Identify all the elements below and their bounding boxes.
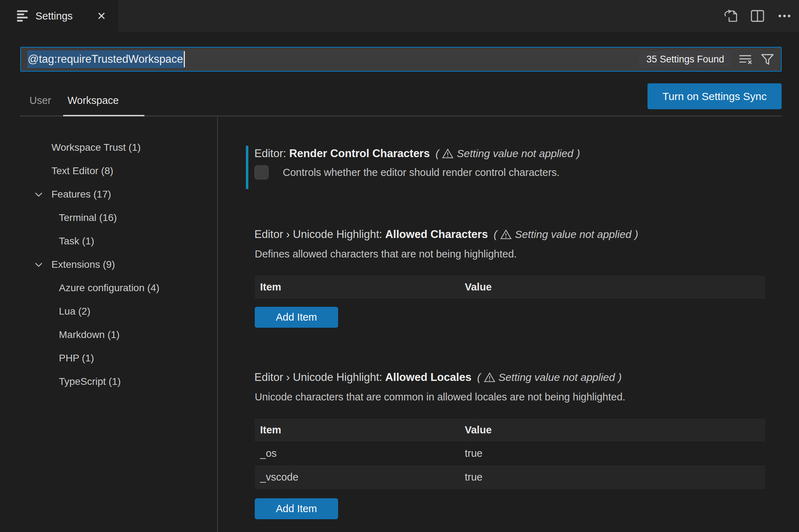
modified-setting-indicator xyxy=(246,146,248,189)
column-header-value: Value xyxy=(460,424,765,436)
split-editor-icon[interactable] xyxy=(749,8,766,24)
table-row[interactable]: _vscode true xyxy=(255,465,765,489)
settings-list-icon xyxy=(17,10,28,22)
setting-description: Unicode characters that are common in al… xyxy=(255,391,626,403)
selected-text: @tag:requireTrustedWorkspace xyxy=(27,50,183,68)
column-header-value: Value xyxy=(460,281,765,293)
open-settings-json-icon[interactable] xyxy=(722,8,739,24)
search-query-text: @tag:requireTrustedWorkspace xyxy=(27,50,185,68)
toc-item-text-editor[interactable]: Text Editor (8) xyxy=(20,159,216,183)
table-row[interactable]: _os true xyxy=(255,442,765,465)
setting-control-row: Controls whether the editor should rende… xyxy=(254,165,560,179)
toc-item-markdown[interactable]: Markdown (1) xyxy=(20,323,216,347)
tab-settings[interactable]: Settings ✕ xyxy=(0,0,118,32)
active-scope-underline xyxy=(63,115,144,116)
warning-triangle-icon xyxy=(484,372,495,383)
column-header-item: Item xyxy=(255,281,460,293)
settings-search-input[interactable]: @tag:requireTrustedWorkspace 35 Settings… xyxy=(20,47,782,72)
toc-item-php[interactable]: PHP (1) xyxy=(20,347,216,370)
more-actions-icon[interactable] xyxy=(776,8,793,24)
toc-item-task[interactable]: Task (1) xyxy=(20,229,216,253)
tab-title: Settings xyxy=(35,10,73,22)
setting-warning: (Setting value not applied) xyxy=(494,226,638,243)
toc-item-azure-configuration[interactable]: Azure configuration (4) xyxy=(20,276,216,300)
render-control-characters-checkbox[interactable] xyxy=(254,165,269,179)
chevron-down-icon xyxy=(34,189,44,199)
setting-title-allowed-characters: Editor › Unicode Highlight: Allowed Char… xyxy=(254,226,638,243)
toc-item-extensions[interactable]: Extensions (9) xyxy=(20,253,216,276)
column-header-item: Item xyxy=(255,424,460,436)
add-item-button[interactable]: Add Item xyxy=(255,498,338,519)
close-tab-icon[interactable]: ✕ xyxy=(94,10,109,23)
chevron-down-icon xyxy=(34,260,44,270)
allowed-locales-table: Item Value _os true _vscode true xyxy=(255,419,765,489)
settings-scope-tabs: User Workspace xyxy=(29,92,119,109)
editor-actions xyxy=(722,0,793,32)
toc-content-divider xyxy=(217,116,218,532)
setting-title-allowed-locales: Editor › Unicode Highlight: Allowed Loca… xyxy=(254,369,622,386)
settings-count-badge: 35 Settings Found xyxy=(639,51,731,68)
toc-item-terminal[interactable]: Terminal (16) xyxy=(20,206,216,229)
clear-search-results-icon[interactable] xyxy=(738,51,753,67)
toc-item-lua[interactable]: Lua (2) xyxy=(20,300,216,323)
toc-item-typescript[interactable]: TypeScript (1) xyxy=(20,370,216,393)
tab-user[interactable]: User xyxy=(29,95,51,106)
search-controls: 35 Settings Found xyxy=(639,51,775,68)
toc-item-workspace-trust[interactable]: Workspace Trust (1) xyxy=(20,136,216,159)
add-item-button[interactable]: Add Item xyxy=(255,307,338,328)
setting-warning: (Setting value not applied) xyxy=(435,145,580,162)
setting-warning: (Setting value not applied) xyxy=(477,369,622,386)
text-caret xyxy=(184,51,185,67)
toc-item-features[interactable]: Features (17) xyxy=(20,183,216,206)
setting-description: Defines allowed characters that are not … xyxy=(255,248,517,260)
turn-on-settings-sync-button[interactable]: Turn on Settings Sync xyxy=(648,83,782,109)
table-header-row: Item Value xyxy=(255,419,765,442)
filter-icon[interactable] xyxy=(760,51,775,67)
warning-triangle-icon xyxy=(500,229,512,240)
editor-tab-strip: Settings ✕ xyxy=(0,0,799,32)
setting-description: Controls whether the editor should rende… xyxy=(283,167,560,178)
warning-triangle-icon xyxy=(442,148,453,159)
settings-toc: Workspace Trust (1) Text Editor (8) Feat… xyxy=(20,136,216,393)
table-header-row: Item Value xyxy=(255,276,765,299)
allowed-characters-table: Item Value xyxy=(255,276,765,299)
tab-workspace[interactable]: Workspace xyxy=(67,95,119,106)
setting-title-render-control-characters: Editor: Render Control Characters(Settin… xyxy=(254,145,580,162)
